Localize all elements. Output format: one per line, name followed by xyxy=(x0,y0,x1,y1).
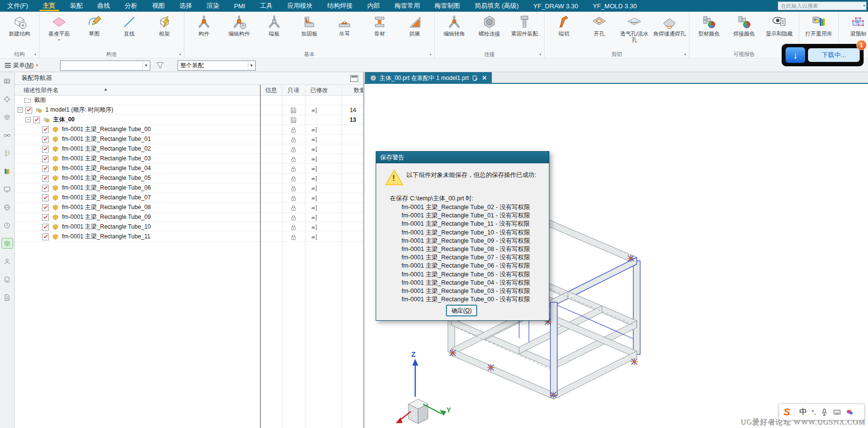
menu-tab[interactable]: 分析 xyxy=(118,0,145,12)
tree-expander-icon[interactable]: − xyxy=(18,107,23,113)
menu-tab[interactable]: YF_DRAW 3.30 xyxy=(526,0,585,12)
ok-button[interactable]: 确定(O) xyxy=(446,305,477,316)
menu-tab[interactable]: 梅雷制图 xyxy=(427,0,467,12)
column-divider[interactable] xyxy=(305,85,305,428)
table-row[interactable]: − fm-0001 主梁_Rectangle Tube_08 xyxy=(15,203,363,213)
table-row[interactable]: − 主体_00 13 xyxy=(15,115,363,125)
component-checkbox[interactable] xyxy=(42,126,49,133)
resource-bar-tab[interactable] xyxy=(2,148,13,158)
table-row[interactable]: − fm-0001 主梁_Rectangle Tube_06 xyxy=(15,183,363,193)
component-checkbox[interactable] xyxy=(42,175,49,182)
column-divider[interactable] xyxy=(342,85,342,428)
table-row[interactable]: − 截面 xyxy=(15,96,363,105)
resource-bar-tab[interactable] xyxy=(2,166,13,176)
ribbon-button[interactable]: 焊接颜色 xyxy=(727,13,762,42)
ribbon-button[interactable]: 骨材 xyxy=(362,13,397,42)
table-row[interactable]: − fm-0001 主梁_Rectangle Tube_00 xyxy=(15,125,363,135)
ime-punctuation-toggle[interactable]: °, xyxy=(811,409,816,416)
ribbon-button[interactable]: 透气孔/流水孔 xyxy=(617,13,652,48)
resource-bar-tab[interactable] xyxy=(2,184,13,194)
ribbon-button[interactable]: 拱腋 xyxy=(397,13,432,42)
microphone-icon[interactable] xyxy=(820,408,828,416)
menu-tab[interactable]: 选择 xyxy=(172,0,200,12)
ime-toolbox-icon[interactable] xyxy=(846,408,854,416)
component-checkbox[interactable] xyxy=(42,165,49,172)
ribbon-button[interactable]: 端板 xyxy=(257,13,292,42)
tab-close-icon[interactable]: ✕ xyxy=(482,75,487,81)
resource-bar-tab[interactable] xyxy=(2,202,13,212)
ribbon-button[interactable]: 螺栓连接 xyxy=(472,13,507,42)
table-row[interactable]: − fm-0001 主梁_Rectangle Tube_01 xyxy=(15,135,363,144)
keyboard-icon[interactable] xyxy=(833,408,841,416)
ribbon-button[interactable]: 紧固件装配 xyxy=(507,13,542,42)
menu-tab[interactable]: 梅雷常用 xyxy=(387,0,427,12)
table-row[interactable]: − fm-0001 主梁_Rectangle Tube_02 xyxy=(15,144,363,154)
table-row[interactable]: − fm-0001 主梁_Rectangle Tube_09 xyxy=(15,213,363,222)
group-dropdown-icon[interactable]: ▾ xyxy=(429,53,431,57)
combo-caret-icon[interactable]: ▼ xyxy=(248,61,255,70)
ribbon-button[interactable]: 编辑构件 xyxy=(222,13,257,42)
ribbon-button[interactable]: 端切 xyxy=(546,13,582,42)
resource-bar-tab[interactable] xyxy=(2,292,13,302)
menu-tab[interactable]: 简易填充 (高级) xyxy=(467,0,526,12)
menu-tab[interactable]: 渲染 xyxy=(200,0,227,12)
component-checkbox[interactable] xyxy=(42,195,49,201)
download-status-label[interactable]: 下载中... xyxy=(808,48,860,62)
component-checkbox[interactable] xyxy=(42,185,49,192)
table-row[interactable]: − fm-0001 主梁_Rectangle Tube_07 xyxy=(15,193,363,203)
menu-tab[interactable]: YF_MOLD 3.30 xyxy=(585,0,644,12)
resource-bar-tab[interactable] xyxy=(2,94,13,104)
table-row[interactable]: − fm-0001 主梁_Rectangle Tube_05 xyxy=(15,174,363,183)
column-header-count[interactable]: 数量 xyxy=(354,86,363,95)
resource-bar-tab[interactable] xyxy=(2,220,13,230)
group-dropdown-icon[interactable]: ▾ xyxy=(179,53,181,57)
ime-logo[interactable]: S xyxy=(784,407,790,418)
menu-tab[interactable]: 视图 xyxy=(145,0,172,12)
combo-caret-icon[interactable]: ▼ xyxy=(142,61,150,70)
table-row[interactable]: − fm-0001 主梁_Rectangle Tube_11 xyxy=(15,232,363,242)
table-row[interactable]: − 1 model1 (顺序: 时间顺序) 14 xyxy=(15,105,363,115)
ribbon-button[interactable]: 加固板 xyxy=(292,13,327,42)
menu-tab[interactable]: 文件(F) xyxy=(0,0,36,12)
selection-scope-combo[interactable]: 整个装配▼ xyxy=(178,60,256,71)
ribbon-button[interactable]: 框架 xyxy=(147,13,182,42)
column-header-modified[interactable]: 已修改 xyxy=(306,86,339,95)
part-tab[interactable]: 主体_00.prt 在装配中 1 model1.prt ✕ xyxy=(365,72,492,84)
ribbon-button[interactable]: 打开重用库 xyxy=(801,13,836,42)
menu-tab[interactable]: 应用模块 xyxy=(280,0,320,12)
panel-restore-button[interactable] xyxy=(350,75,358,82)
download-arrow-icon[interactable]: ↓ xyxy=(786,47,805,63)
dialog-title-bar[interactable]: 保存警告 xyxy=(376,152,549,163)
group-dropdown-icon[interactable]: ▾ xyxy=(34,53,36,57)
column-header-info[interactable]: 信息 xyxy=(260,86,282,95)
resource-bar-tab[interactable] xyxy=(2,76,13,86)
ribbon-button[interactable]: 型材颜色 xyxy=(691,13,727,42)
ribbon-button[interactable]: 直线 xyxy=(112,13,147,42)
menu-tab[interactable]: 装配 xyxy=(63,0,90,12)
table-row[interactable]: − fm-0001 主梁_Rectangle Tube_04 xyxy=(15,164,363,174)
filter-funnel-icon[interactable] xyxy=(155,60,165,70)
resource-bar-tab[interactable] xyxy=(2,256,13,266)
column-header-readonly[interactable]: 只读 xyxy=(282,86,305,95)
component-checkbox[interactable] xyxy=(42,224,49,231)
search-dropdown-icon[interactable]: ▾ xyxy=(863,3,865,8)
group-dropdown-icon[interactable]: ▾ xyxy=(539,53,541,57)
search-input[interactable] xyxy=(778,1,867,10)
selection-filter-combo[interactable]: ▼ xyxy=(60,60,150,71)
menu-tab[interactable]: 工具 xyxy=(253,0,280,12)
ribbon-button[interactable]: 角焊缝通焊孔 xyxy=(652,13,687,42)
resource-bar-tab[interactable] xyxy=(2,238,13,248)
menu-tab[interactable]: 主页 xyxy=(36,0,63,12)
column-divider[interactable] xyxy=(260,85,261,428)
resource-bar-tab[interactable] xyxy=(2,130,13,140)
component-checkbox[interactable] xyxy=(25,107,32,114)
page-edit-icon[interactable] xyxy=(472,75,478,81)
ribbon-button[interactable]: 开孔 xyxy=(582,13,617,42)
tree-expander-icon[interactable]: − xyxy=(25,117,31,122)
menu-button[interactable]: 菜单(M) ▾ xyxy=(0,59,43,72)
ribbon-button[interactable]: 梁预制 xyxy=(841,13,868,42)
ribbon-button[interactable]: 基准平面 ▾ xyxy=(41,13,77,42)
ime-language-toggle[interactable]: 中 xyxy=(799,407,807,417)
ribbon-button[interactable]: 构件 xyxy=(186,13,222,42)
component-checkbox[interactable] xyxy=(42,136,49,143)
